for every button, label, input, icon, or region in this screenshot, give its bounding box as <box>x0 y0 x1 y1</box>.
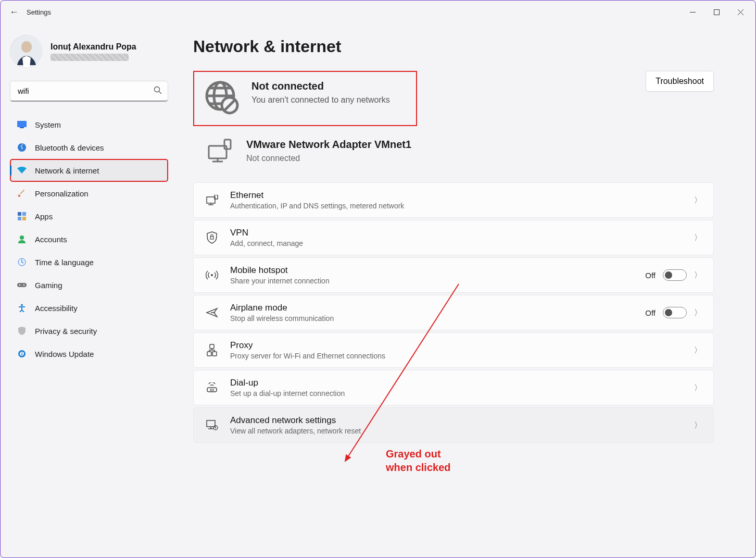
sidebar-item-network[interactable]: Network & internet <box>10 159 168 182</box>
sidebar-item-label: Windows Update <box>35 350 94 358</box>
chevron-right-icon: 〉 <box>694 233 702 243</box>
svg-rect-7 <box>18 212 21 216</box>
sidebar-item-label: Bluetooth & devices <box>35 143 104 152</box>
hotspot-icon <box>205 270 219 280</box>
svg-rect-9 <box>18 217 21 220</box>
sidebar-item-time-language[interactable]: Time & language <box>10 251 168 274</box>
airplane-toggle[interactable] <box>663 307 687 318</box>
svg-rect-32 <box>207 420 215 427</box>
svg-point-6 <box>18 195 20 197</box>
close-button[interactable] <box>728 4 752 20</box>
svg-rect-28 <box>207 352 211 356</box>
setting-advanced-network[interactable]: Advanced network settingsView all networ… <box>193 407 714 443</box>
search-box[interactable] <box>10 81 168 102</box>
svg-rect-30 <box>207 388 217 392</box>
chevron-right-icon: 〉 <box>694 345 702 355</box>
proxy-icon <box>205 344 219 356</box>
svg-point-14 <box>19 284 20 286</box>
troubleshoot-button[interactable]: Troubleshoot <box>646 71 714 92</box>
sidebar-nav: System Bluetooth & devices Network & int… <box>10 113 168 365</box>
svg-rect-8 <box>22 212 26 216</box>
accessibility-icon <box>17 303 27 313</box>
status-title: Not connected <box>251 80 390 92</box>
svg-point-15 <box>23 284 24 286</box>
bluetooth-icon <box>17 143 27 152</box>
svg-rect-25 <box>210 237 213 239</box>
setting-ethernet[interactable]: EthernetAuthentication, IP and DNS setti… <box>193 182 714 218</box>
ethernet-icon <box>205 195 219 205</box>
svg-point-26 <box>211 274 213 276</box>
display-icon <box>17 120 27 129</box>
connection-status-card: Not connected You aren't connected to an… <box>193 71 417 126</box>
maximize-button[interactable] <box>704 4 728 20</box>
status-sub: You aren't connected to any networks <box>251 95 390 105</box>
svg-rect-3 <box>17 121 27 127</box>
avatar <box>10 35 43 68</box>
sidebar-item-bluetooth[interactable]: Bluetooth & devices <box>10 136 168 159</box>
hotspot-toggle[interactable] <box>663 269 687 281</box>
svg-rect-29 <box>212 352 217 356</box>
setting-proxy[interactable]: ProxyProxy server for Wi-Fi and Ethernet… <box>193 332 714 368</box>
setting-airplane-mode[interactable]: Airplane modeStop all wireless communica… <box>193 295 714 330</box>
svg-rect-10 <box>22 217 26 220</box>
sidebar-item-label: Time & language <box>35 258 94 267</box>
sidebar-item-personalization[interactable]: Personalization <box>10 182 168 205</box>
airplane-icon <box>205 307 219 318</box>
search-icon <box>154 86 162 96</box>
update-icon <box>17 349 27 358</box>
sidebar-item-windows-update[interactable]: Windows Update <box>10 342 168 365</box>
setting-mobile-hotspot[interactable]: Mobile hotspotShare your internet connec… <box>193 257 714 293</box>
window-title: Settings <box>24 8 51 16</box>
svg-rect-4 <box>20 127 24 128</box>
sidebar-item-accessibility[interactable]: Accessibility <box>10 296 168 319</box>
chevron-right-icon: 〉 <box>694 195 702 205</box>
sidebar-item-apps[interactable]: Apps <box>10 205 168 228</box>
sidebar-item-label: System <box>35 120 61 129</box>
minimize-button[interactable] <box>681 4 704 20</box>
sidebar-item-label: Personalization <box>35 189 89 198</box>
sidebar-item-accounts[interactable]: Accounts <box>10 228 168 251</box>
shield-lock-icon <box>205 231 219 244</box>
svg-point-34 <box>215 427 216 428</box>
chevron-right-icon: 〉 <box>694 270 702 280</box>
adapter-sub: Not connected <box>246 154 411 163</box>
profile-name: Ionuț Alexandru Popa <box>51 42 136 52</box>
sidebar-item-label: Accounts <box>35 235 67 244</box>
search-input[interactable] <box>10 81 168 102</box>
sidebar-item-privacy[interactable]: Privacy & security <box>10 319 168 342</box>
globe-blocked-icon <box>205 80 239 117</box>
brush-icon <box>17 189 27 198</box>
toggle-label: Off <box>645 308 656 317</box>
person-icon <box>17 234 27 244</box>
back-button[interactable]: ← <box>4 7 24 18</box>
svg-point-11 <box>20 235 24 240</box>
computer-cog-icon <box>205 419 219 431</box>
sidebar-item-label: Network & internet <box>35 166 99 175</box>
wifi-icon <box>17 166 27 175</box>
sidebar-item-system[interactable]: System <box>10 113 168 136</box>
svg-rect-0 <box>714 9 719 15</box>
svg-point-2 <box>155 87 160 92</box>
shield-icon <box>17 326 27 336</box>
svg-point-16 <box>21 304 23 306</box>
adapter-card[interactable]: VMware Network Adapter VMnet1 Not connec… <box>193 133 714 182</box>
svg-rect-31 <box>210 389 213 391</box>
adapter-icon <box>205 139 234 167</box>
page-title: Network & internet <box>193 37 714 56</box>
svg-rect-22 <box>224 140 231 149</box>
sidebar-item-label: Apps <box>35 212 53 221</box>
chevron-right-icon: 〉 <box>694 383 702 393</box>
annotation-text: Grayed outwhen clicked <box>386 447 451 474</box>
svg-rect-27 <box>210 344 214 349</box>
gamepad-icon <box>17 280 27 290</box>
adapter-title: VMware Network Adapter VMnet1 <box>246 139 411 151</box>
profile-email-redacted <box>51 54 129 61</box>
sidebar-item-label: Gaming <box>35 281 62 290</box>
clock-globe-icon <box>17 257 27 267</box>
toggle-label: Off <box>645 271 656 280</box>
profile-block[interactable]: Ionuț Alexandru Popa <box>10 35 168 68</box>
sidebar-item-gaming[interactable]: Gaming <box>10 274 168 296</box>
setting-dialup[interactable]: Dial-upSet up a dial-up internet connect… <box>193 370 714 405</box>
chevron-right-icon: 〉 <box>694 308 702 318</box>
setting-vpn[interactable]: VPNAdd, connect, manage 〉 <box>193 220 714 255</box>
